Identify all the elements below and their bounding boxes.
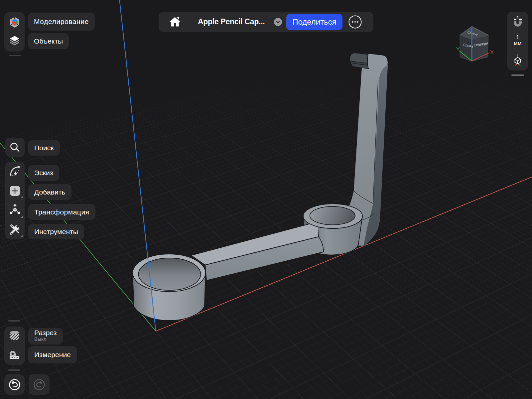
svg-text:X: X — [490, 50, 494, 55]
svg-text:Z: Z — [469, 27, 472, 33]
svg-text:Y: Y — [456, 47, 460, 52]
